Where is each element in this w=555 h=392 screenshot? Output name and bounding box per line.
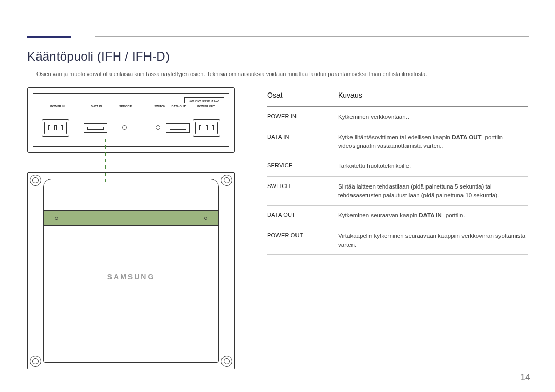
mounting-band <box>44 210 218 226</box>
ports-row <box>33 115 229 141</box>
header-rule <box>95 36 529 37</box>
data-out-port-icon <box>166 123 190 133</box>
cell-desc: Siirtää laitteen tehdastilaan (pidä pain… <box>338 182 528 199</box>
label-data-out: DATA OUT <box>172 105 186 108</box>
label-power-in: POWER IN <box>50 105 65 108</box>
rear-diagram: 100-240V~50/60Hz 4.0A POWER IN DATA IN S… <box>27 87 235 369</box>
page-number: 14 <box>520 372 530 383</box>
port-panel: 100-240V~50/60Hz 4.0A POWER IN DATA IN S… <box>27 87 235 153</box>
cell-part: SERVICE <box>267 162 338 170</box>
screw-icon <box>30 356 41 367</box>
ports-table: Osat Kuvaus POWER IN Kytkeminen verkkovi… <box>267 90 528 255</box>
power-spec-label: 100-240V~50/60Hz 4.0A <box>184 97 224 103</box>
power-out-port-icon <box>193 119 220 137</box>
section-title: Kääntöpuoli (IFH / IFH-D) <box>27 49 170 64</box>
port-labels-row: POWER IN DATA IN SERVICE SWITCH DATA OUT… <box>33 105 229 110</box>
disclaimer-note: ―Osien väri ja muoto voivat olla erilais… <box>27 71 529 77</box>
th-parts: Osat <box>267 90 338 100</box>
th-desc: Kuvaus <box>338 90 528 100</box>
cell-desc: Virtakaapelin kytkeminen seuraavaan kaap… <box>338 232 528 249</box>
screw-icon <box>221 175 232 186</box>
table-row: DATA IN Kytke liitäntäsovittimen tai ede… <box>267 127 528 156</box>
label-switch: SWITCH <box>154 105 165 108</box>
cell-part: POWER IN <box>267 113 338 121</box>
header-accent-bar <box>27 36 71 38</box>
cabinet-rear: SAMSUNG <box>27 172 235 369</box>
table-row: SWITCH Siirtää laitteen tehdastilaan (pi… <box>267 177 528 206</box>
cabinet-plate: SAMSUNG <box>43 179 219 363</box>
screw-icon <box>30 175 41 186</box>
table-header: Osat Kuvaus <box>267 90 528 107</box>
cell-part: SWITCH <box>267 182 338 191</box>
port-panel-frame: 100-240V~50/60Hz 4.0A POWER IN DATA IN S… <box>33 93 229 147</box>
cell-desc: Kytkeminen seuraavan kaapin DATA IN -por… <box>338 211 528 220</box>
cell-desc: Tarkoitettu huoltoteknikoille. <box>338 162 528 171</box>
note-dash-icon: ― <box>27 71 34 77</box>
cell-desc: Kytke liitäntäsovittimen tai edellisen k… <box>338 133 528 150</box>
data-in-port-icon <box>84 123 107 133</box>
screw-icon <box>221 356 232 367</box>
label-data-in: DATA IN <box>91 105 102 108</box>
cell-part: DATA IN <box>267 133 338 141</box>
cell-part: POWER OUT <box>267 232 338 240</box>
power-in-port-icon <box>42 119 69 137</box>
table-row: SERVICE Tarkoitettu huoltoteknikoille. <box>267 156 528 177</box>
table-row: POWER OUT Virtakaapelin kytkeminen seura… <box>267 226 528 255</box>
table-row: DATA OUT Kytkeminen seuraavan kaapin DAT… <box>267 206 528 226</box>
switch-button-icon <box>156 125 160 130</box>
cell-part: DATA OUT <box>267 211 338 219</box>
service-port-icon <box>122 125 127 130</box>
table-row: POWER IN Kytkeminen verkkovirtaan.. <box>267 107 528 127</box>
brand-logo: SAMSUNG <box>44 273 218 281</box>
cell-desc: Kytkeminen verkkovirtaan.. <box>338 113 528 121</box>
label-power-out: POWER OUT <box>197 105 215 108</box>
label-service: SERVICE <box>119 105 132 108</box>
note-text: Osien väri ja muoto voivat olla erilaisi… <box>36 71 427 77</box>
